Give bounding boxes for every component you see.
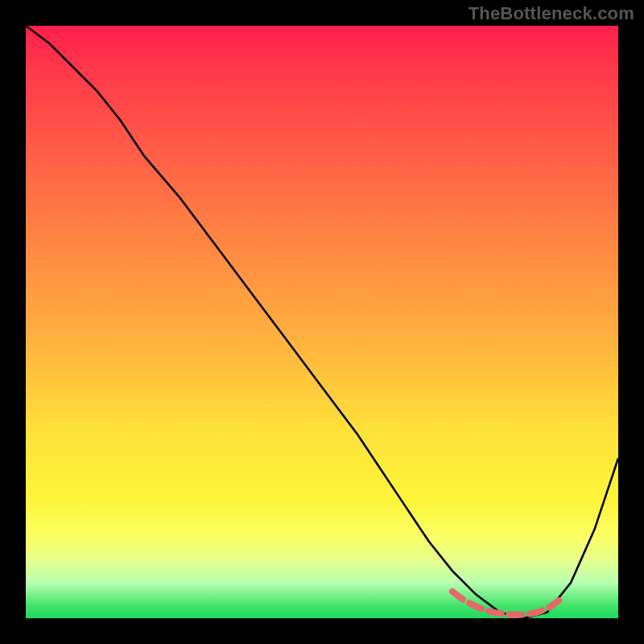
chart-svg (26, 26, 618, 618)
watermark-text: TheBottleneck.com (469, 3, 634, 24)
bottleneck-curve (26, 26, 618, 618)
chart-frame: TheBottleneck.com (0, 0, 644, 644)
plot-area (26, 26, 618, 618)
optimal-segment (452, 592, 559, 615)
